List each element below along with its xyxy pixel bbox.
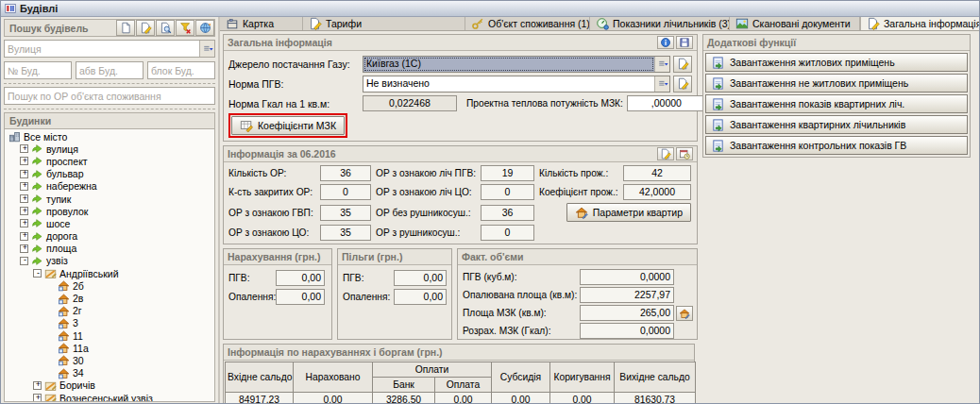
tree-item-house[interactable]: 3 (5, 317, 214, 329)
tree-collapse-toggle[interactable] (20, 257, 28, 265)
street-combo[interactable] (4, 40, 215, 58)
app-icon (5, 3, 16, 14)
tree-expand-toggle[interactable] (20, 207, 28, 215)
subsidy-value: 0,00 (492, 393, 550, 404)
tree-item[interactable]: шосе (5, 217, 214, 229)
tree-item-house[interactable]: 11а (5, 342, 214, 354)
tree-collapse-toggle[interactable] (33, 269, 42, 278)
preview-button[interactable] (156, 20, 175, 36)
clear-filter-button[interactable] (176, 20, 194, 36)
house-block-input[interactable] (147, 61, 215, 79)
col-bank: Банк (373, 378, 435, 393)
or-no-towel-label: ОР без рушникосуш.: (376, 208, 476, 218)
tree-item[interactable]: проспект (5, 155, 214, 167)
tab-meter-readings[interactable]: Показники лічильників (3) (590, 17, 730, 30)
period-edit-button[interactable] (657, 147, 674, 160)
load-residential-button[interactable]: Завантаження житлових приміщень (705, 53, 968, 72)
card-icon (226, 17, 239, 30)
mzk-power-value[interactable]: ,00000 (627, 95, 706, 111)
edit-document-button[interactable] (136, 20, 155, 36)
tree-item-house[interactable]: 11 (5, 329, 214, 342)
green-arrow-icon (31, 155, 43, 167)
refresh-globe-icon (199, 22, 211, 34)
search-panel-header: Пошук будівель (4, 19, 215, 37)
accruals-pgv-value: 0,00 (276, 270, 325, 286)
tree-item-street[interactable]: Андріївський (5, 267, 214, 279)
street-dropdown-button[interactable] (199, 41, 214, 57)
street-input[interactable] (5, 41, 199, 57)
edit-pencil-icon (660, 148, 671, 160)
pgv-norm-combo[interactable]: Не визначено (363, 76, 670, 93)
tree-item[interactable]: узвіз (5, 255, 214, 267)
tree-item-house[interactable]: 34 (5, 367, 214, 379)
or-co-meter-label: ОР з ознакою ліч ЦО: (376, 187, 476, 197)
accrued-value: 0,00 (294, 393, 373, 404)
gas-source-combo[interactable]: Київгаз (1С) (363, 56, 670, 73)
tree-expand-toggle[interactable] (33, 394, 42, 402)
tree-expand-toggle[interactable] (20, 232, 28, 241)
pgv-norm-dropdown-button[interactable] (654, 76, 669, 92)
tab-card[interactable]: Картка (220, 17, 303, 30)
tree-item[interactable]: вулиця (5, 143, 214, 155)
tree-item[interactable]: провулок (5, 205, 214, 217)
tree-item-street[interactable]: Вознесенський узвіз (5, 392, 214, 402)
tree-expand-toggle[interactable] (20, 182, 28, 191)
tree-item[interactable]: площа (5, 243, 214, 255)
tree-item[interactable]: бульвар (5, 168, 214, 180)
green-arrow-icon (31, 168, 43, 180)
or-co-meter-value: 0 (481, 184, 534, 200)
tree-item[interactable]: тупик (5, 193, 214, 205)
tree-expand-toggle[interactable] (20, 194, 28, 203)
tree-expand-toggle[interactable] (20, 219, 28, 227)
or-search-input[interactable] (4, 87, 215, 105)
buildings-tree[interactable]: Все місто вулиця проспект бульвар набере… (4, 129, 215, 402)
apartment-params-button[interactable]: Параметри квартир (566, 203, 691, 222)
meter-icon (596, 17, 609, 30)
tariffs-icon (309, 17, 322, 30)
clear-filter-icon (179, 22, 192, 34)
pgv-volume-value: 0,0000 (580, 269, 674, 285)
gas-source-dropdown-button[interactable] (654, 57, 669, 72)
load-non-residential-button[interactable]: Завантаження не житлових приміщень (705, 74, 968, 93)
tree-item-house[interactable]: 30 (5, 354, 214, 366)
tab-general-info[interactable]: Загальна інформація (860, 17, 980, 30)
pgv-norm-edit-button[interactable] (673, 76, 692, 93)
tree-item[interactable]: дорога (5, 230, 214, 243)
tree-item-street[interactable]: Боричів (5, 379, 214, 392)
tab-tariffs[interactable]: Тарифи (303, 17, 465, 30)
tree-expand-toggle[interactable] (33, 381, 42, 390)
tree-item-city[interactable]: Все місто (5, 130, 214, 143)
house-letter-input[interactable] (76, 61, 144, 79)
load-apartment-readings-button[interactable]: Завантаження показів квартирних ліч. (705, 94, 968, 113)
tree-item-house[interactable]: 2в (5, 292, 214, 304)
pgv-norm-value: Не визначено (363, 76, 654, 92)
tab-scanned-documents[interactable]: Скановані документи (730, 17, 860, 30)
tree-item[interactable]: набережна (5, 180, 214, 193)
house-number-input[interactable] (4, 61, 72, 79)
tree-item-house[interactable]: 2г (5, 305, 214, 317)
tree-expand-toggle[interactable] (20, 170, 28, 178)
load-control-readings-button[interactable]: Завантаження контрольних показів ГВ (705, 136, 968, 155)
save-button[interactable] (676, 36, 693, 49)
payment-value: 0,00 (435, 393, 492, 404)
info-button[interactable] (657, 36, 674, 49)
import-icon (711, 139, 725, 153)
mzk-coefficients-button[interactable]: Коефіцієнти МЗК (231, 116, 345, 135)
title-bar: Будівлі (1, 1, 979, 17)
period-calendar-button[interactable] (676, 147, 693, 160)
tree-expand-toggle[interactable] (20, 157, 28, 165)
refresh-button[interactable] (195, 20, 214, 36)
new-document-button[interactable] (116, 20, 135, 36)
or-co-value: 35 (320, 225, 371, 241)
mzk-area-edit-button[interactable] (676, 306, 693, 321)
tree-item-house[interactable]: 2б (5, 279, 214, 292)
tree-expand-toggle[interactable] (20, 144, 28, 153)
benefits-pgv-label: ПГВ: (343, 273, 394, 283)
gas-source-edit-button[interactable] (673, 56, 692, 73)
tab-consumption-object[interactable]: Об'єкт споживання (1) (465, 17, 590, 30)
load-apartment-meters-button[interactable]: Завантаження квартирних лічильників (705, 115, 968, 134)
house-icon (58, 354, 70, 366)
col-adjustment: Коригування (550, 362, 615, 393)
combo-list-icon (657, 78, 668, 90)
tree-expand-toggle[interactable] (20, 244, 28, 253)
